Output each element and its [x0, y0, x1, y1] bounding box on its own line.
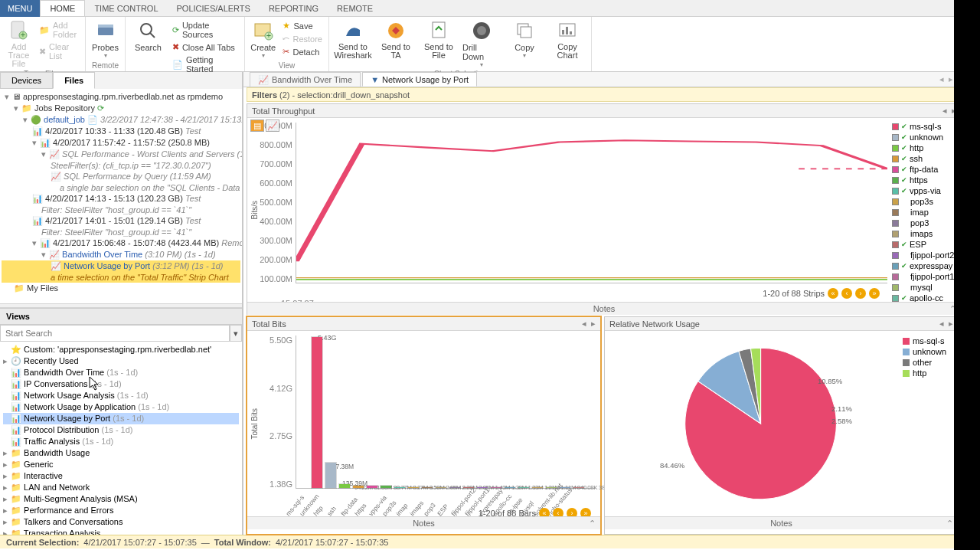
pager-next-button[interactable]: › [855, 288, 866, 299]
tree-bandwidth-over-time[interactable]: Bandwidth Over Time [62, 250, 142, 259]
tree-node[interactable]: 4/21/2017 14:01 - 15:01 (129.14 GB) [45, 216, 183, 225]
legend-item[interactable]: fjippol-port2 [892, 250, 959, 260]
tree-view[interactable]: ▾🖥 appresponsestaging.rpm.riverbedlab.ne… [0, 89, 242, 303]
views-list[interactable]: ⭐ Custom: 'appresponsestaging.rpm.riverb… [0, 342, 242, 535]
close-all-tabs-button[interactable]: ✖Close All Tabs [171, 41, 240, 53]
bar[interactable] [449, 487, 460, 488]
bar[interactable] [505, 487, 515, 488]
probes-button[interactable]: Probes ▾ [90, 20, 120, 59]
chart-mode-chart-icon[interactable]: 📈 [266, 119, 279, 132]
bar[interactable] [325, 463, 336, 488]
search-button[interactable]: Search [130, 20, 166, 52]
copy-chart-button[interactable]: Copy Chart [548, 20, 586, 60]
views-item[interactable]: ⭐ Custom: 'appresponsestaging.rpm.riverb… [3, 344, 239, 355]
drill-down-button[interactable]: Drill Down▾ [462, 20, 501, 68]
legend-item[interactable]: imap [892, 207, 959, 218]
restore-button[interactable]: ⤺Restore [281, 33, 324, 44]
bar[interactable] [381, 486, 391, 488]
pager-last-button[interactable]: » [869, 288, 880, 299]
bar[interactable] [518, 487, 529, 488]
bar[interactable] [339, 484, 350, 488]
create-button[interactable]: + Create ▾ [250, 20, 276, 59]
bar[interactable] [312, 337, 322, 488]
send-to-file-button[interactable]: Send to File [420, 20, 458, 60]
bar[interactable] [422, 487, 433, 488]
legend-item[interactable]: fjippol-port1 [892, 271, 959, 282]
send-to-wireshark-button[interactable]: Send to Wireshark [334, 20, 372, 60]
add-trace-file-button[interactable]: + Add Trace File [5, 20, 33, 68]
views-item[interactable]: 📊 Network Usage by Application (1s - 1d) [3, 401, 239, 413]
send-to-ta-button[interactable]: Send to TA [377, 20, 415, 60]
legend-item[interactable]: pop3s [892, 196, 959, 207]
tree-node[interactable]: SQL Performance by Query [64, 172, 168, 181]
legend-item[interactable]: ✔ssh [892, 153, 959, 164]
line-chart[interactable] [296, 123, 887, 283]
views-item[interactable]: ▸📁 Interactive [3, 470, 239, 482]
views-search-input[interactable] [0, 325, 230, 342]
panel-prev-icon[interactable]: ◂ [942, 106, 947, 116]
bar[interactable] [394, 487, 405, 488]
tab-home[interactable]: HOME [40, 0, 85, 16]
panel-prev-icon[interactable]: ◂ [939, 319, 944, 329]
legend-item[interactable]: ✔apollo-cc [892, 293, 959, 302]
legend-item[interactable]: mysql [892, 282, 959, 293]
bar-chart[interactable]: 5.43G 897.38M 135.39M 94.22M 81.80M 88.7… [296, 336, 596, 489]
tab-time-control[interactable]: TIME CONTROL [85, 1, 167, 16]
views-item[interactable]: ▸📁 LAN and Network [3, 482, 239, 493]
pager-prev-button[interactable]: ‹ [841, 288, 852, 299]
notes-expand-icon[interactable]: ⌃ [589, 519, 596, 529]
bar[interactable] [532, 487, 543, 488]
tab-files[interactable]: Files [53, 72, 95, 89]
legend-item[interactable]: ✔unknown [892, 132, 959, 142]
tree-my-files[interactable]: My Files [27, 283, 58, 293]
views-item[interactable]: ▸📁 Talkers and Conversations [3, 516, 239, 528]
panel-next-icon[interactable]: ▸ [591, 319, 596, 329]
views-item[interactable]: ▸📁 Multi-Segment Analysis (MSA) [3, 493, 239, 505]
legend-item[interactable]: ✔https [892, 175, 959, 185]
legend-item[interactable]: ✔ftp-data [892, 164, 959, 175]
tab-devices[interactable]: Devices [0, 72, 53, 89]
tree-network-usage-by-port[interactable]: Network Usage by Port [64, 261, 150, 270]
views-search-dropdown[interactable]: ▾ [230, 325, 242, 342]
pager-first-button[interactable]: « [828, 288, 838, 299]
chart-mode-table-icon[interactable]: ▤ [250, 119, 264, 132]
panel-next-icon[interactable]: ▸ [949, 319, 953, 329]
views-item[interactable]: ▸📁 Bandwidth Usage [3, 447, 239, 459]
views-item[interactable]: ▸📁 Transaction Analysis [3, 528, 239, 535]
tab-nav-left-icon[interactable]: ◂ [939, 74, 944, 84]
tree-node[interactable]: 4/20/2017 10:33 - 11:33 (120.48 GB) [45, 126, 183, 136]
notes-label[interactable]: Notes [413, 519, 435, 528]
tab-nav-right-icon[interactable]: ▸ [949, 74, 953, 84]
bar[interactable] [353, 486, 364, 488]
pie-chart[interactable]: 84.46% 10.85% 2.58% 2.11% [605, 331, 901, 516]
views-item[interactable]: 📊 Protocol Distribution (1s - 1d) [3, 424, 239, 436]
views-item[interactable]: ▸📁 Performance and Errors [3, 505, 239, 516]
bar[interactable] [367, 486, 377, 488]
legend-item[interactable]: ✔vpps-via [892, 185, 959, 196]
views-item[interactable]: ▸🕘 Recently Used [3, 355, 239, 367]
notes-expand-icon[interactable]: ⌃ [946, 519, 953, 529]
tree-node[interactable]: SQL Performance - Worst Clients and Serv… [62, 149, 234, 159]
views-item[interactable]: 📊 IP Conversations (1s - 1d) [3, 378, 239, 390]
tree-root[interactable]: appresponsestaging.rpm.riverbedlab.net a… [23, 92, 223, 101]
tree-node[interactable]: 4/21/2017 15:06:48 - 15:07:48 (4423.44 M… [53, 238, 219, 247]
views-item[interactable]: 📊 Traffic Analysis (1s - 1d) [3, 436, 239, 447]
legend-item[interactable]: ✔ms-sql-s [892, 121, 959, 132]
tree-jobs-repo[interactable]: Jobs Repository [34, 103, 95, 113]
tree-node[interactable]: 4/20/2017 11:57:42 - 11:57:52 (250.8 MB) [53, 138, 210, 147]
legend[interactable]: ✔ms-sql-s✔unknown✔http✔ssh✔ftp-data✔http… [890, 118, 961, 302]
views-item[interactable]: ▸📁 Generic [3, 459, 239, 470]
menu-button[interactable]: MENU [0, 0, 40, 17]
views-item[interactable]: 📊 Bandwidth Over Time (1s - 1d) [3, 367, 239, 378]
notes-label[interactable]: Notes [770, 519, 792, 528]
detach-button[interactable]: ✂Detach [281, 46, 324, 57]
doc-tab-bandwidth[interactable]: 📈 Bandwidth Over Time [250, 72, 361, 87]
tree-default-job[interactable]: default_job [44, 115, 85, 124]
save-button[interactable]: ★Save [281, 20, 324, 31]
add-folder-button[interactable]: 📁Add Folder [38, 20, 80, 40]
legend-item[interactable]: ✔expresspay [892, 260, 959, 271]
tab-policies-alerts[interactable]: POLICIES/ALERTS [168, 1, 260, 16]
legend-item[interactable]: ✔http [892, 142, 959, 153]
legend-item[interactable]: ✔ESP [892, 239, 959, 250]
legend-item[interactable]: imaps [892, 228, 959, 239]
